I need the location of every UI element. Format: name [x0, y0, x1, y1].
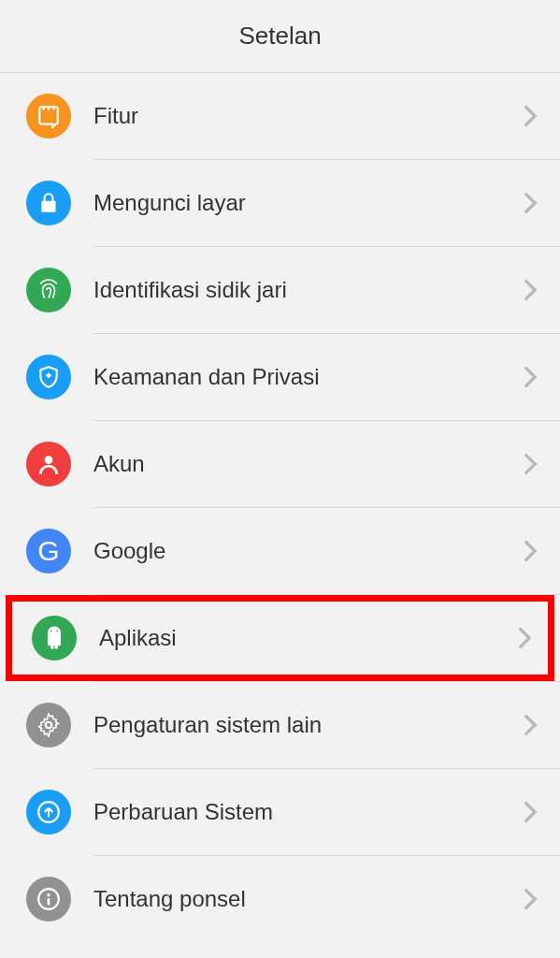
- list-item-akun[interactable]: Akun: [0, 421, 560, 507]
- list-item-sidik-jari[interactable]: Identifikasi sidik jari: [0, 247, 560, 333]
- svg-point-5: [47, 893, 50, 896]
- chevron-right-icon: [517, 626, 532, 650]
- item-label: Akun: [93, 451, 523, 477]
- item-label: Identifikasi sidik jari: [93, 277, 523, 303]
- chevron-right-icon: [523, 539, 538, 563]
- chevron-right-icon: [523, 104, 538, 128]
- list-item-sistem-lain[interactable]: Pengaturan sistem lain: [0, 682, 560, 768]
- list-item-google[interactable]: G Google: [0, 508, 560, 594]
- chevron-right-icon: [523, 452, 538, 476]
- list-item-aplikasi[interactable]: Aplikasi: [6, 595, 554, 681]
- shield-icon: [26, 355, 71, 399]
- list-item-keamanan[interactable]: Keamanan dan Privasi: [0, 334, 560, 420]
- list-item-perbaruan[interactable]: Perbaruan Sistem: [0, 769, 560, 855]
- item-label: Google: [93, 538, 523, 564]
- android-icon: [32, 616, 77, 660]
- google-icon: G: [26, 529, 71, 573]
- chevron-right-icon: [523, 800, 538, 824]
- chevron-right-icon: [523, 191, 538, 215]
- item-label: Pengaturan sistem lain: [93, 712, 523, 738]
- fingerprint-icon: [26, 268, 71, 312]
- item-label: Fitur: [93, 103, 523, 129]
- list-item-mengunci-layar[interactable]: Mengunci layar: [0, 160, 560, 246]
- chevron-right-icon: [523, 365, 538, 389]
- update-icon: [26, 790, 71, 835]
- account-icon: [26, 442, 71, 486]
- item-label: Tentang ponsel: [93, 886, 523, 912]
- chevron-right-icon: [523, 713, 538, 737]
- svg-rect-6: [48, 898, 50, 906]
- lock-icon: [26, 181, 71, 225]
- gear-icon: [26, 703, 71, 748]
- svg-point-1: [50, 631, 52, 632]
- settings-list: Fitur Mengunci layar Identifikasi sidik …: [0, 73, 560, 942]
- item-label: Mengunci layar: [93, 190, 523, 216]
- list-item-fitur[interactable]: Fitur: [0, 73, 560, 159]
- svg-point-0: [45, 456, 53, 464]
- chevron-right-icon: [523, 887, 538, 911]
- item-label: Aplikasi: [99, 625, 517, 651]
- page-title: Setelan: [238, 22, 321, 51]
- list-item-tentang[interactable]: Tentang ponsel: [0, 856, 560, 942]
- header: Setelan: [0, 0, 560, 73]
- chevron-right-icon: [523, 278, 538, 302]
- info-icon: [26, 877, 71, 922]
- svg-point-2: [56, 631, 58, 632]
- item-label: Perbaruan Sistem: [93, 799, 523, 825]
- item-label: Keamanan dan Privasi: [93, 364, 523, 390]
- feature-icon: [26, 94, 71, 138]
